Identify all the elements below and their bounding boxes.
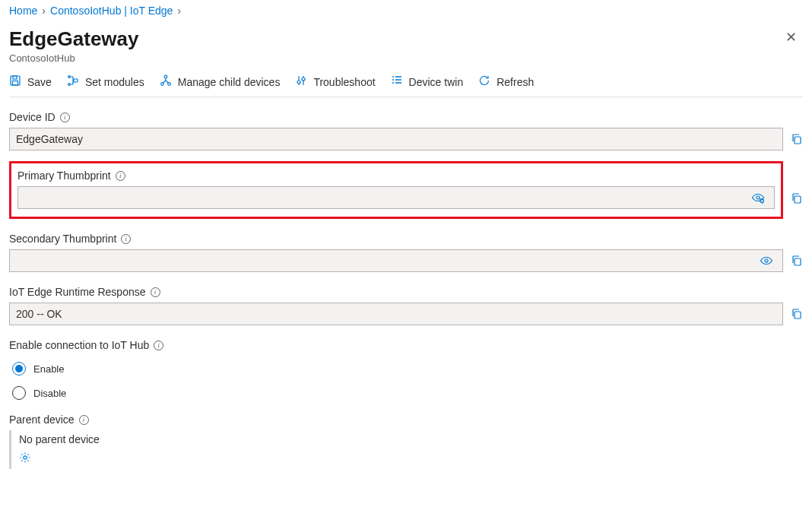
list-icon bbox=[391, 74, 403, 89]
info-icon[interactable]: i bbox=[154, 341, 163, 350]
page-title: EdgeGateway bbox=[9, 27, 139, 51]
secondary-thumbprint-label: Secondary Thumbprint i bbox=[9, 233, 803, 245]
svg-point-6 bbox=[164, 75, 167, 78]
primary-thumbprint-label: Primary Thumbprint i bbox=[17, 170, 775, 182]
secondary-thumbprint-input[interactable] bbox=[9, 249, 783, 272]
troubleshoot-label: Troubleshoot bbox=[313, 76, 375, 88]
svg-rect-16 bbox=[795, 258, 801, 265]
svg-rect-17 bbox=[795, 312, 801, 318]
device-twin-button[interactable]: Device twin bbox=[391, 74, 464, 89]
device-id-input[interactable] bbox=[9, 128, 783, 151]
copy-icon[interactable] bbox=[791, 255, 803, 267]
primary-thumbprint-input[interactable] bbox=[17, 186, 775, 209]
device-twin-label: Device twin bbox=[409, 76, 464, 88]
troubleshoot-button[interactable]: Troubleshoot bbox=[295, 74, 375, 89]
troubleshoot-icon bbox=[295, 74, 307, 89]
page-header: EdgeGateway ContosoIotHub ✕ bbox=[9, 26, 803, 74]
svg-point-18 bbox=[24, 456, 27, 459]
svg-point-3 bbox=[68, 76, 71, 78]
svg-point-4 bbox=[68, 84, 71, 86]
eye-icon[interactable] bbox=[751, 192, 768, 204]
close-icon[interactable]: ✕ bbox=[779, 26, 803, 49]
primary-thumbprint-highlight: Primary Thumbprint i bbox=[9, 161, 783, 219]
copy-icon[interactable] bbox=[791, 133, 803, 145]
set-modules-button[interactable]: Set modules bbox=[67, 74, 144, 89]
manage-child-label: Manage child devices bbox=[178, 76, 281, 88]
refresh-button[interactable]: Refresh bbox=[478, 74, 534, 89]
info-icon[interactable]: i bbox=[116, 171, 125, 181]
parent-device-value: No parent device bbox=[19, 433, 800, 445]
manage-child-button[interactable]: Manage child devices bbox=[160, 74, 281, 89]
runtime-response-label: IoT Edge Runtime Response i bbox=[9, 286, 803, 298]
copy-icon[interactable] bbox=[791, 192, 803, 204]
breadcrumb: Home › ContosoIotHub | IoT Edge › bbox=[9, 5, 803, 17]
parent-device-label: Parent device i bbox=[9, 414, 803, 426]
svg-rect-11 bbox=[795, 137, 801, 144]
runtime-response-input[interactable] bbox=[9, 303, 783, 325]
breadcrumb-home[interactable]: Home bbox=[9, 5, 37, 17]
svg-point-9 bbox=[297, 81, 300, 84]
svg-point-15 bbox=[765, 259, 768, 262]
save-button[interactable]: Save bbox=[9, 74, 52, 89]
svg-point-12 bbox=[756, 196, 760, 199]
refresh-label: Refresh bbox=[496, 76, 534, 88]
page-subtitle: ContosoIotHub bbox=[9, 52, 139, 64]
enable-connection-label: Enable connection to IoT Hub i bbox=[9, 339, 803, 351]
svg-rect-2 bbox=[13, 81, 18, 86]
info-icon[interactable]: i bbox=[79, 415, 89, 425]
set-modules-label: Set modules bbox=[85, 76, 144, 88]
eye-icon[interactable] bbox=[760, 255, 776, 267]
save-icon bbox=[9, 74, 21, 89]
svg-rect-1 bbox=[13, 76, 17, 79]
gear-icon[interactable] bbox=[19, 452, 31, 464]
save-label: Save bbox=[27, 76, 52, 88]
parent-device-box: No parent device bbox=[9, 430, 803, 469]
svg-point-10 bbox=[302, 78, 305, 81]
hierarchy-icon bbox=[160, 74, 172, 89]
info-icon[interactable]: i bbox=[60, 112, 70, 122]
svg-rect-5 bbox=[74, 79, 78, 82]
info-icon[interactable]: i bbox=[151, 287, 160, 297]
radio-disable-label: Disable bbox=[33, 388, 66, 399]
info-icon[interactable]: i bbox=[121, 234, 131, 244]
modules-icon bbox=[67, 74, 79, 89]
chevron-right-icon: › bbox=[177, 5, 181, 17]
radio-enable-label: Enable bbox=[33, 363, 64, 375]
breadcrumb-hub[interactable]: ContosoIotHub | IoT Edge bbox=[50, 5, 173, 17]
enable-connection-radio-group: Enable Disable bbox=[9, 362, 803, 400]
copy-icon[interactable] bbox=[791, 308, 803, 320]
chevron-right-icon: › bbox=[42, 5, 46, 17]
svg-rect-14 bbox=[795, 196, 801, 203]
radio-disable[interactable] bbox=[12, 386, 26, 400]
device-id-label: Device ID i bbox=[9, 111, 803, 123]
command-bar: Save Set modules Manage child devices Tr… bbox=[9, 74, 803, 97]
refresh-icon bbox=[478, 74, 490, 89]
radio-enable[interactable] bbox=[12, 362, 26, 375]
